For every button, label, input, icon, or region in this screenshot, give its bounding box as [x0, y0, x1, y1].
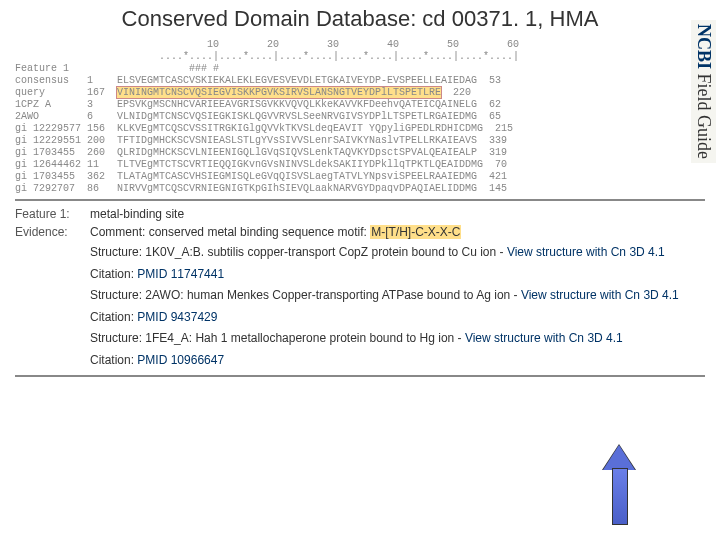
motif-highlight: M-[T/H]-C-X-X-C	[370, 225, 461, 239]
page-title: Conserved Domain Database: cd 00371. 1, …	[0, 0, 720, 34]
view-structure-link[interactable]: View structure with Cn 3D 4.1	[465, 331, 623, 345]
structure-line: Structure: 1K0V_A:B. subtilis copper-tra…	[90, 245, 705, 261]
evidence-entries: Structure: 1K0V_A:B. subtilis copper-tra…	[90, 245, 705, 369]
feature-section: Feature 1: metal-binding site Evidence: …	[0, 205, 720, 369]
evidence-label: Evidence:	[15, 225, 90, 239]
citation-line: Citation: PMID 10966647	[90, 353, 705, 369]
pmid-link[interactable]: PMID 10966647	[137, 353, 224, 367]
citation-line: Citation: PMID 11747441	[90, 267, 705, 283]
pmid-link[interactable]: PMID 9437429	[137, 310, 217, 324]
pmid-link[interactable]: PMID 11747441	[137, 267, 224, 281]
feature1-label: Feature 1:	[15, 207, 90, 221]
structure-line: Structure: 2AWO: human Menkes Copper-tra…	[90, 288, 705, 304]
divider-bottom	[15, 375, 705, 377]
alignment-block: 10 20 30 40 50 60 ....*....|....*....|..…	[0, 34, 720, 195]
evidence-text: Comment: conserved metal binding sequenc…	[90, 225, 370, 239]
divider-top	[15, 199, 705, 201]
alignment-text: 10 20 30 40 50 60 ....*....|....*....|..…	[15, 39, 705, 195]
evidence-value: Comment: conserved metal binding sequenc…	[90, 225, 705, 239]
feature1-value: metal-binding site	[90, 207, 705, 221]
view-structure-link[interactable]: View structure with Cn 3D 4.1	[507, 245, 665, 259]
blue-arrow-annotation	[603, 445, 635, 525]
view-structure-link[interactable]: View structure with Cn 3D 4.1	[521, 288, 679, 302]
structure-line: Structure: 1FE4_A: Hah 1 metallochaperon…	[90, 331, 705, 347]
citation-line: Citation: PMID 9437429	[90, 310, 705, 326]
